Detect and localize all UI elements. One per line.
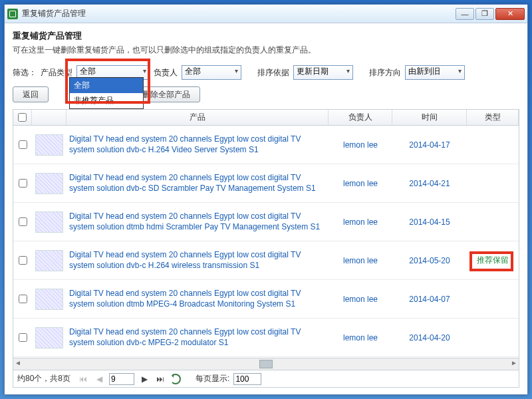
row-type — [467, 203, 519, 241]
window-buttons: — ❐ ✕ — [456, 8, 525, 20]
row-thumbnail[interactable] — [32, 203, 66, 241]
close-button[interactable]: ✕ — [495, 8, 525, 20]
row-type — [467, 319, 519, 356]
row-thumbnail[interactable] — [32, 126, 66, 164]
row-checkbox[interactable] — [13, 241, 32, 279]
product-type-label: 产品类型 — [41, 67, 72, 78]
header-time[interactable]: 时间 — [392, 110, 467, 125]
per-page-label: 每页显示: — [196, 373, 229, 384]
sortby-select[interactable]: 更新日期 — [293, 65, 353, 80]
header-checkbox[interactable] — [13, 110, 32, 125]
header-product[interactable]: 产品 — [66, 110, 329, 125]
dropdown-option-nonrecommended[interactable]: 非推荐产品 — [70, 93, 143, 108]
header-owner[interactable]: 负责人 — [329, 110, 392, 125]
maximize-button[interactable]: ❐ — [475, 8, 494, 20]
page-title: 重复铺货产品管理 — [13, 30, 519, 42]
product-table: 产品 负责人 时间 类型 Digital TV head end system … — [13, 109, 519, 388]
row-thumbnail[interactable] — [32, 280, 66, 318]
page-description: 可在这里一键删除重复铺货产品，也可以只删除选中的组或指定的负责人的重复产品。 — [13, 45, 519, 56]
table-row[interactable]: Digital TV head end system 20 channels E… — [13, 241, 519, 280]
pager-summary: 约80个，共8页 — [17, 373, 70, 384]
owner-label: 负责人 — [154, 67, 178, 78]
table-row[interactable]: Digital TV head end system 20 channels E… — [13, 203, 519, 241]
table-body: Digital TV head end system 20 channels E… — [13, 126, 519, 358]
pager-page-input[interactable] — [109, 373, 134, 385]
sortby-label: 排序依据 — [257, 67, 289, 78]
row-owner: lemon lee — [329, 126, 392, 164]
row-product[interactable]: Digital TV head end system 20 channels E… — [66, 164, 329, 202]
row-time: 2014-04-17 — [392, 126, 467, 164]
row-time: 2014-04-21 — [392, 164, 467, 202]
row-checkbox[interactable] — [13, 126, 32, 164]
app-icon — [7, 9, 18, 19]
row-owner: lemon lee — [329, 319, 392, 356]
row-product[interactable]: Digital TV head end system 20 channels E… — [66, 280, 329, 318]
pager-last-icon[interactable]: ⏭ — [154, 373, 166, 385]
row-checkbox[interactable] — [13, 203, 32, 241]
table-row[interactable]: Digital TV head end system 20 channels E… — [13, 319, 519, 357]
row-type — [467, 164, 519, 202]
row-product[interactable]: Digital TV head end system 20 channels E… — [66, 126, 329, 164]
row-time: 2014-04-07 — [392, 280, 467, 318]
back-button[interactable]: 返回 — [13, 86, 49, 102]
row-owner: lemon lee — [329, 280, 392, 318]
row-type — [467, 126, 519, 164]
row-thumbnail[interactable] — [32, 164, 66, 202]
row-product[interactable]: Digital TV head end system 20 channels E… — [66, 203, 329, 241]
app-window: 重复铺货产品管理 — ❐ ✕ 重复铺货产品管理 可在这里一键删除重复铺货产品，也… — [4, 4, 528, 395]
row-type: 推荐保留 — [467, 241, 519, 279]
row-checkbox[interactable] — [13, 319, 32, 356]
row-time: 2014-04-15 — [392, 203, 467, 241]
row-owner: lemon lee — [329, 203, 392, 241]
filter-label: 筛选： — [13, 67, 37, 78]
product-type-dropdown[interactable]: 全部 非推荐产品 — [69, 77, 144, 109]
pager-first-icon[interactable]: ⏮ — [77, 373, 89, 385]
row-product[interactable]: Digital TV head end system 20 channels E… — [66, 241, 329, 279]
table-row[interactable]: Digital TV head end system 20 channels E… — [13, 280, 519, 319]
table-header: 产品 负责人 时间 类型 — [13, 110, 519, 126]
row-checkbox[interactable] — [13, 280, 32, 318]
row-thumbnail[interactable] — [32, 241, 66, 279]
row-type — [467, 280, 519, 318]
pager-prev-icon[interactable]: ◀ — [93, 373, 105, 385]
titlebar: 重复铺货产品管理 — ❐ ✕ — [5, 5, 527, 23]
row-owner: lemon lee — [329, 241, 392, 279]
sortdir-label: 排序方向 — [369, 67, 401, 78]
window-title: 重复铺货产品管理 — [22, 8, 456, 19]
row-thumbnail[interactable] — [32, 319, 66, 356]
row-time: 2014-05-20 — [392, 241, 467, 279]
row-time: 2014-04-20 — [392, 319, 467, 356]
sortdir-select[interactable]: 由新到旧 — [405, 65, 465, 80]
owner-select[interactable]: 全部 — [182, 65, 241, 80]
refresh-icon[interactable] — [170, 374, 181, 384]
dropdown-option-all[interactable]: 全部 — [70, 78, 143, 93]
table-row[interactable]: Digital TV head end system 20 channels E… — [13, 126, 519, 164]
header-type[interactable]: 类型 — [467, 110, 519, 125]
horizontal-scrollbar[interactable] — [13, 358, 519, 370]
header-image — [32, 110, 66, 125]
row-owner: lemon lee — [329, 164, 392, 202]
per-page-input[interactable] — [233, 373, 261, 385]
row-checkbox[interactable] — [13, 164, 32, 202]
row-product[interactable]: Digital TV head end system 20 channels E… — [66, 319, 329, 356]
minimize-button[interactable]: — — [456, 8, 474, 20]
table-row[interactable]: Digital TV head end system 20 channels E… — [13, 164, 519, 203]
pager: 约80个，共8页 ⏮ ◀ ▶ ⏭ 每页显示: — [13, 370, 519, 387]
pager-next-icon[interactable]: ▶ — [138, 373, 150, 385]
